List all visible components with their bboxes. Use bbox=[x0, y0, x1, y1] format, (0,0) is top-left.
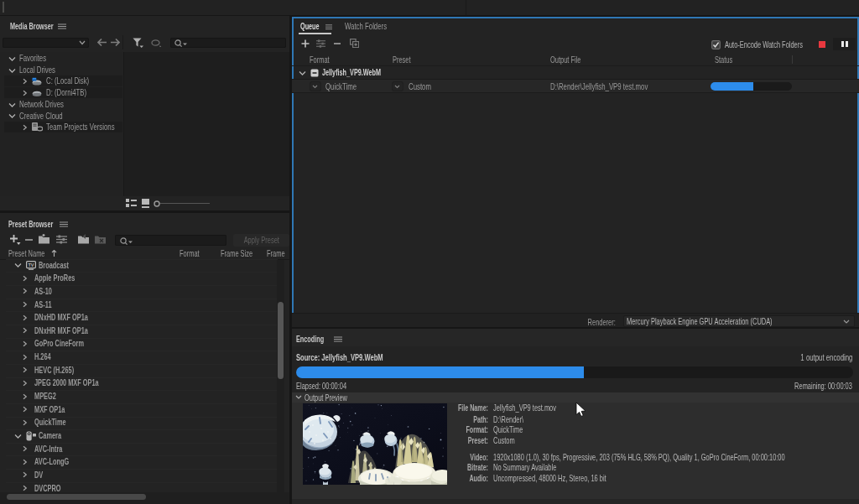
svg-text:TV: TV bbox=[28, 262, 34, 268]
